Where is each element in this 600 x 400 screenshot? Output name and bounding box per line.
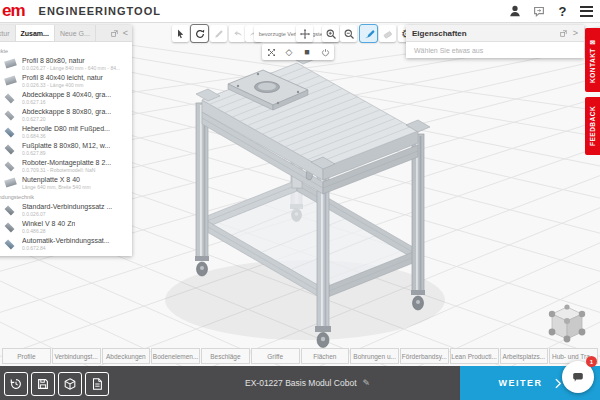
part-article-info: 0.0.709.31 - Robotermodell: NaN [22, 167, 111, 173]
3d-view-icon[interactable] [58, 372, 82, 396]
profile-thumbnail-icon [4, 74, 17, 87]
zoom-out-button[interactable] [340, 25, 357, 42]
edit-project-name-icon[interactable]: ✎ [363, 378, 371, 388]
tab-neue-gruppe[interactable]: Neue G... [55, 25, 96, 41]
tab-zusammenbau[interactable]: Zusam... [16, 25, 55, 41]
parts-section-label: Produkte [0, 45, 132, 55]
footer-bar: EX-01227 Basis Modul Cobot ✎ WEITER [0, 366, 600, 400]
parts-list-item[interactable]: Profil 8 80x80, natur0.0.026.27 - Länge … [0, 55, 132, 72]
category-tab[interactable]: Bodenelemen... [151, 348, 200, 364]
category-tab[interactable]: Griffe [251, 348, 300, 364]
parts-list-item[interactable]: Automatik-Verbindungssat...0.0.672.84 [0, 235, 132, 252]
category-tab[interactable]: Flächen [301, 348, 350, 364]
select-tool-button[interactable] [172, 25, 189, 42]
app-title: ENGINEERINGTOOL [39, 5, 161, 17]
part-title: Abdeckkappe 8 80x80, gra... [22, 108, 111, 116]
parts-list: ProdukteProfil 8 80x80, natur0.0.026.27 … [0, 42, 132, 256]
support-chat-icon[interactable] [531, 4, 546, 19]
save-icon[interactable] [31, 372, 55, 396]
history-versions-icon[interactable] [4, 372, 28, 396]
eraser-tool-button[interactable] [379, 25, 396, 42]
parts-list-item[interactable]: Winkel V 8 40 Zn0.0.486.28 [0, 218, 132, 235]
category-tab[interactable]: Bohrungen u... [350, 348, 399, 364]
feedback-label: FEEDBACK [589, 106, 596, 146]
part-article-info: 0.0.627.20 [22, 116, 111, 122]
menu-icon[interactable] [579, 4, 594, 19]
part-title: Winkel V 8 40 Zn [22, 220, 75, 228]
parts-section-label: Verbindungstechnik [0, 191, 132, 201]
part-article-info: 0.0.684.36 [22, 133, 110, 139]
diamond-connection-icon[interactable]: ◇ [283, 46, 296, 59]
collapse-properties-icon[interactable]: > [573, 28, 578, 38]
part-title: Fußplatte 8 80x80, M12, w... [22, 142, 110, 150]
popout-properties-icon[interactable] [559, 24, 568, 42]
parts-list-item[interactable]: Nutenplatte X 8 40Länge 640 mm, Breite 5… [0, 174, 132, 191]
bottom-tab-strip: ProfileVerbindungst...AbdeckungenBodenel… [2, 348, 598, 364]
mounting-plate-thumbnail-icon [4, 159, 17, 172]
properties-panel: Eigenschaften > Wählen Sie etwas aus [406, 25, 584, 58]
tab-struktur[interactable]: Struktur [0, 25, 16, 41]
part-article-info: 0.0.486.28 [22, 228, 75, 234]
category-tab[interactable]: Abdeckungen [102, 348, 151, 364]
parts-list-item[interactable]: Fußplatte 8 80x80, M12, w...0.0.627.89 [0, 140, 132, 157]
account-icon[interactable] [507, 4, 522, 19]
pan-tool-button[interactable] [296, 25, 313, 42]
project-name: EX-01227 Basis Modul Cobot [245, 378, 357, 388]
preferred-connection-options: ◇ ■ [262, 44, 334, 60]
expand-connection-icon[interactable] [265, 46, 278, 59]
category-tab[interactable]: Arbeitsplatzs... [500, 348, 549, 364]
parts-panel: Struktur Zusam... Neue G... < ProduktePr… [0, 25, 132, 256]
parts-list-item[interactable]: Abdeckkappe 8 80x80, gra...0.0.627.20 [0, 106, 132, 123]
part-title: Nutenplatte X 8 40 [22, 176, 91, 184]
parts-list-item[interactable]: Profil 8 40x40 leicht, natur0.0.026.33 -… [0, 72, 132, 89]
properties-empty-hint: Wählen Sie etwas aus [406, 42, 584, 58]
rotate-tool-button[interactable] [191, 25, 208, 42]
bracket-thumbnail-icon [4, 220, 17, 233]
item-logo: em [2, 1, 25, 21]
zoom-in-button[interactable] [322, 25, 339, 42]
help-icon[interactable]: ? [555, 4, 570, 19]
category-tab[interactable]: Beschläge [201, 348, 250, 364]
kontakt-tab[interactable]: KONTAKT ✉ [585, 28, 600, 92]
footplate-thumbnail-icon [4, 142, 17, 155]
draw-tool-button[interactable] [210, 25, 227, 42]
parts-list-item[interactable]: Roboter-Montageplatte 8 2...0.0.709.31 -… [0, 157, 132, 174]
paint-tool-button[interactable] [360, 25, 377, 42]
parts-list-item[interactable]: Heberolle D80 mit Fußped...0.0.684.36 [0, 123, 132, 140]
undo-button[interactable] [229, 25, 246, 42]
caster-thumbnail-icon [4, 125, 17, 138]
part-article-info: 0.0.672.84 [22, 245, 110, 251]
part-article-info: 0.0.627.16 [22, 99, 111, 105]
chevron-right-icon [555, 378, 562, 389]
part-article-info: 0.0.026.07 [22, 211, 112, 217]
fastener-thumbnail-icon [4, 203, 17, 216]
part-title: Abdeckkappe 8 40x40, gra... [22, 91, 111, 99]
profile-thumbnail-icon [4, 57, 17, 70]
category-tab[interactable]: Lean Producti... [450, 348, 499, 364]
category-tab[interactable]: Profile [2, 348, 51, 364]
parts-list-item[interactable]: Abdeckkappe 8 40x40, gra...0.0.627.16 [0, 89, 132, 106]
power-connection-icon[interactable] [319, 46, 332, 59]
properties-title: Eigenschaften [412, 29, 467, 38]
part-title: Heberolle D80 mit Fußped... [22, 125, 110, 133]
envelope-icon: ✉ [589, 37, 597, 46]
part-article-info: 0.0.026.27 - Länge 840 mm - 640 mm - 84.… [22, 65, 120, 71]
category-tab[interactable]: Verbindungst... [52, 348, 101, 364]
view-navigation-cube[interactable] [542, 298, 592, 348]
auto-fastener-thumbnail-icon [4, 237, 17, 250]
square-connection-icon[interactable]: ■ [301, 46, 314, 59]
part-title: Profil 8 80x80, natur [22, 57, 120, 65]
kontakt-label: KONTAKT [589, 48, 596, 83]
part-title: Automatik-Verbindungssat... [22, 237, 110, 245]
parts-list-item[interactable]: Standard-Verbindungssatz ...0.0.026.07 [0, 201, 132, 218]
collapse-panel-icon[interactable]: < [123, 28, 128, 38]
part-title: Profil 8 40x40 leicht, natur [22, 74, 103, 82]
cap-thumbnail-icon [4, 108, 17, 121]
part-title: Standard-Verbindungssatz ... [22, 203, 112, 211]
part-article-info: Länge 640 mm, Breite 540 mm [22, 184, 91, 190]
category-tab[interactable]: Förderbandsy... [400, 348, 449, 364]
feedback-tab[interactable]: FEEDBACK [585, 97, 600, 155]
popout-panel-icon[interactable] [110, 24, 119, 42]
parts-panel-tabs: Struktur Zusam... Neue G... < [0, 25, 132, 42]
parts-list-document-icon[interactable] [85, 372, 109, 396]
